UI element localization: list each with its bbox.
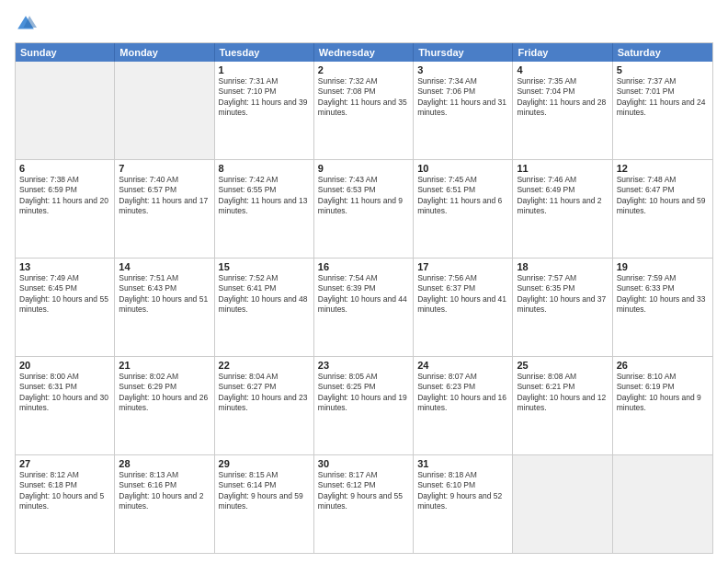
day-number: 22 <box>219 360 310 371</box>
cell-info: Daylight: 10 hours and 44 minutes. <box>318 294 409 316</box>
day-cell-17: 17Sunrise: 7:56 AMSunset: 6:37 PMDayligh… <box>414 259 513 356</box>
cell-info: Sunset: 6:18 PM <box>19 480 110 490</box>
cell-info: Daylight: 10 hours and 33 minutes. <box>617 294 709 316</box>
header-day-friday: Friday <box>513 43 612 62</box>
cell-info: Sunrise: 7:40 AM <box>119 175 210 185</box>
cell-info: Sunrise: 7:54 AM <box>318 273 409 283</box>
cell-info: Sunrise: 8:10 AM <box>617 372 709 382</box>
cell-info: Sunrise: 8:08 AM <box>517 372 608 382</box>
day-number: 4 <box>517 64 608 75</box>
cell-info: Daylight: 11 hours and 35 minutes. <box>318 98 409 119</box>
cell-info: Daylight: 10 hours and 55 minutes. <box>19 294 110 316</box>
day-number: 12 <box>617 163 709 174</box>
cell-info: Sunrise: 7:34 AM <box>417 76 508 86</box>
header-day-monday: Monday <box>115 43 214 62</box>
empty-cell <box>513 455 612 553</box>
cell-info: Sunrise: 7:35 AM <box>517 76 608 86</box>
cell-info: Sunrise: 7:38 AM <box>19 175 110 185</box>
cell-info: Sunset: 6:14 PM <box>219 480 310 490</box>
cell-info: Sunrise: 7:52 AM <box>219 273 310 283</box>
day-cell-14: 14Sunrise: 7:51 AMSunset: 6:43 PMDayligh… <box>115 259 214 356</box>
day-cell-6: 6Sunrise: 7:38 AMSunset: 6:59 PMDaylight… <box>16 160 115 258</box>
day-number: 17 <box>417 261 508 272</box>
day-number: 9 <box>318 163 409 174</box>
cell-info: Sunset: 7:08 PM <box>318 86 409 97</box>
day-number: 6 <box>19 163 110 174</box>
calendar-row-5: 27Sunrise: 8:12 AMSunset: 6:18 PMDayligh… <box>16 454 712 553</box>
day-number: 11 <box>517 163 608 174</box>
day-number: 2 <box>318 64 409 75</box>
cell-info: Daylight: 10 hours and 16 minutes. <box>417 393 508 414</box>
cell-info: Sunset: 6:27 PM <box>219 382 310 392</box>
day-number: 21 <box>119 360 210 371</box>
cell-info: Sunrise: 8:05 AM <box>318 372 409 382</box>
page: SundayMondayTuesdayWednesdayThursdayFrid… <box>0 0 728 563</box>
day-number: 29 <box>219 458 310 469</box>
cell-info: Daylight: 10 hours and 30 minutes. <box>19 393 110 414</box>
day-number: 30 <box>318 458 409 469</box>
day-cell-8: 8Sunrise: 7:42 AMSunset: 6:55 PMDaylight… <box>215 160 314 258</box>
cell-info: Sunrise: 7:57 AM <box>517 273 608 283</box>
day-number: 25 <box>517 360 608 371</box>
cell-info: Daylight: 10 hours and 26 minutes. <box>119 393 210 414</box>
day-cell-12: 12Sunrise: 7:48 AMSunset: 6:47 PMDayligh… <box>613 160 712 258</box>
calendar-body: 1Sunrise: 7:31 AMSunset: 7:10 PMDaylight… <box>16 62 712 553</box>
cell-info: Daylight: 9 hours and 52 minutes. <box>417 491 508 512</box>
logo <box>15 13 40 35</box>
day-cell-2: 2Sunrise: 7:32 AMSunset: 7:08 PMDaylight… <box>314 62 414 159</box>
day-number: 14 <box>119 261 210 272</box>
cell-info: Daylight: 10 hours and 59 minutes. <box>617 196 709 217</box>
cell-info: Sunset: 6:31 PM <box>19 382 110 392</box>
day-cell-15: 15Sunrise: 7:52 AMSunset: 6:41 PMDayligh… <box>215 259 314 356</box>
cell-info: Sunset: 6:19 PM <box>617 382 709 392</box>
day-cell-25: 25Sunrise: 8:08 AMSunset: 6:21 PMDayligh… <box>513 357 612 454</box>
header-day-sunday: Sunday <box>16 43 115 62</box>
day-cell-28: 28Sunrise: 8:13 AMSunset: 6:16 PMDayligh… <box>115 455 214 553</box>
cell-info: Sunrise: 7:49 AM <box>19 273 110 283</box>
day-number: 5 <box>617 64 709 75</box>
cell-info: Sunrise: 8:02 AM <box>119 372 210 382</box>
cell-info: Daylight: 10 hours and 12 minutes. <box>517 393 608 414</box>
day-number: 23 <box>318 360 409 371</box>
cell-info: Sunset: 6:16 PM <box>119 480 210 490</box>
cell-info: Daylight: 11 hours and 17 minutes. <box>119 196 210 217</box>
cell-info: Sunset: 6:59 PM <box>19 185 110 195</box>
cell-info: Daylight: 11 hours and 31 minutes. <box>417 98 508 119</box>
cell-info: Daylight: 11 hours and 39 minutes. <box>219 98 310 119</box>
cell-info: Sunset: 6:49 PM <box>517 185 608 195</box>
cell-info: Sunset: 6:41 PM <box>219 283 310 293</box>
cell-info: Sunset: 7:06 PM <box>417 86 508 97</box>
cell-info: Daylight: 11 hours and 2 minutes. <box>517 196 608 217</box>
cell-info: Daylight: 10 hours and 41 minutes. <box>417 294 508 316</box>
header <box>15 13 713 35</box>
calendar-row-2: 6Sunrise: 7:38 AMSunset: 6:59 PMDaylight… <box>16 159 712 258</box>
day-cell-9: 9Sunrise: 7:43 AMSunset: 6:53 PMDaylight… <box>314 160 414 258</box>
day-cell-20: 20Sunrise: 8:00 AMSunset: 6:31 PMDayligh… <box>16 357 115 454</box>
cell-info: Sunrise: 8:15 AM <box>219 470 310 480</box>
day-cell-24: 24Sunrise: 8:07 AMSunset: 6:23 PMDayligh… <box>414 357 513 454</box>
cell-info: Sunrise: 7:59 AM <box>617 273 709 283</box>
day-number: 26 <box>617 360 709 371</box>
day-number: 15 <box>219 261 310 272</box>
day-number: 27 <box>19 458 110 469</box>
cell-info: Daylight: 9 hours and 59 minutes. <box>219 491 310 512</box>
cell-info: Daylight: 11 hours and 13 minutes. <box>219 196 310 217</box>
day-cell-19: 19Sunrise: 7:59 AMSunset: 6:33 PMDayligh… <box>613 259 712 356</box>
cell-info: Sunrise: 7:46 AM <box>517 175 608 185</box>
header-day-tuesday: Tuesday <box>215 43 314 62</box>
cell-info: Sunrise: 8:18 AM <box>417 470 508 480</box>
cell-info: Sunrise: 7:42 AM <box>219 175 310 185</box>
cell-info: Sunset: 7:10 PM <box>219 86 310 97</box>
calendar-header: SundayMondayTuesdayWednesdayThursdayFrid… <box>16 43 712 62</box>
day-cell-27: 27Sunrise: 8:12 AMSunset: 6:18 PMDayligh… <box>16 455 115 553</box>
cell-info: Sunrise: 7:48 AM <box>617 175 709 185</box>
day-cell-16: 16Sunrise: 7:54 AMSunset: 6:39 PMDayligh… <box>314 259 414 356</box>
cell-info: Sunset: 6:57 PM <box>119 185 210 195</box>
cell-info: Sunset: 6:35 PM <box>517 283 608 293</box>
day-number: 28 <box>119 458 210 469</box>
day-number: 1 <box>219 64 310 75</box>
cell-info: Daylight: 10 hours and 9 minutes. <box>617 393 709 414</box>
calendar-row-3: 13Sunrise: 7:49 AMSunset: 6:45 PMDayligh… <box>16 258 712 356</box>
day-cell-31: 31Sunrise: 8:18 AMSunset: 6:10 PMDayligh… <box>414 455 513 553</box>
cell-info: Daylight: 10 hours and 48 minutes. <box>219 294 310 316</box>
